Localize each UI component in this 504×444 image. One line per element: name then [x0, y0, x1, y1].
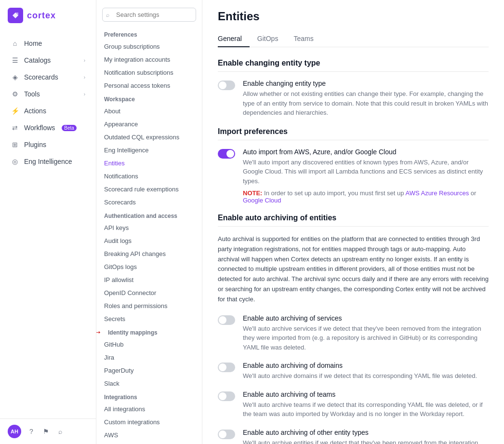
setting-desc-archive-other: We'll auto archive entities if we detect… [243, 438, 489, 444]
settings-nav-scorecard-rule-exemptions[interactable]: Scorecard rule exemptions [96, 183, 202, 196]
logo: cortex [0, 0, 96, 31]
setting-title-change-entity-type: Enable changing entity type [243, 80, 489, 87]
search-input[interactable] [102, 8, 196, 22]
setting-desc-archive-domains: We'll auto archive domains if we detect … [243, 371, 477, 381]
settings-nav-audit-logs[interactable]: Audit logs [96, 234, 202, 247]
setting-row-change-entity-type: Enable changing entity type Allow whethe… [218, 80, 489, 118]
settings-nav-aws[interactable]: AWS [96, 429, 202, 442]
main-nav: ⌂ Home ☰ Catalogs › ◈ Scorecards › ⚙ Too… [0, 31, 96, 418]
setting-row-archive-services: Enable auto archiving of services We'll … [218, 314, 489, 352]
home-icon: ⌂ [11, 39, 19, 48]
setting-desc-archive-services: We'll auto archive services if we detect… [243, 324, 489, 352]
section-auto-archiving: Enable auto archiving of entities Auto a… [218, 214, 489, 444]
toggle-archive-teams[interactable] [218, 391, 235, 401]
search-box: ⌕ [102, 8, 196, 22]
settings-nav-notifications[interactable]: Notifications [96, 170, 202, 183]
workflows-icon: ⇄ [11, 123, 19, 132]
integrations-section-header: Integrations [96, 390, 202, 403]
toggle-archive-other[interactable] [218, 430, 235, 439]
search-icon[interactable]: ⌕ [56, 427, 65, 436]
red-arrow-indicator: → [96, 326, 102, 337]
settings-nav-github[interactable]: GitHub [96, 338, 202, 351]
sidebar: cortex ⌂ Home ☰ Catalogs › ◈ Scorecards … [0, 0, 96, 444]
settings-nav-azure-ad[interactable]: Azure Active Directory [96, 442, 202, 444]
settings-nav-breaking-api[interactable]: Breaking API changes [96, 247, 202, 260]
settings-nav-ip-allowlist[interactable]: IP allowlist [96, 273, 202, 286]
setting-title-archive-domains: Enable auto archiving of domains [243, 362, 477, 369]
settings-nav-notification-subscriptions[interactable]: Notification subscriptions [96, 66, 202, 79]
tab-gitops[interactable]: GitOps [250, 31, 286, 47]
setting-row-archive-domains: Enable auto archiving of domains We'll a… [218, 362, 489, 381]
settings-nav-entities[interactable]: Entities [96, 157, 202, 170]
toggle-archive-services[interactable] [218, 315, 235, 325]
settings-nav-pagerduty[interactable]: PagerDuty [96, 364, 202, 377]
tab-teams[interactable]: Teams [286, 31, 321, 47]
tabs: General GitOps Teams [218, 31, 489, 47]
note-link-gcp[interactable]: Google Cloud [243, 197, 281, 204]
settings-nav-about[interactable]: About [96, 105, 202, 118]
note-link-aws-azure[interactable]: AWS Azure Resources [405, 189, 469, 197]
tab-general[interactable]: General [218, 31, 250, 47]
sidebar-item-plugins-label: Plugins [24, 141, 46, 148]
main-content: Entities General GitOps Teams Enable cha… [202, 0, 504, 444]
sidebar-item-eng-label: Eng Intelligence [24, 158, 72, 165]
logo-text: cortex [27, 11, 56, 21]
auth-section-header: Authentication and access [96, 209, 202, 221]
chevron-right-icon: › [84, 58, 85, 63]
settings-nav-openid[interactable]: OpenID Connector [96, 286, 202, 299]
sidebar-item-tools[interactable]: ⚙ Tools › [3, 86, 93, 102]
identity-mappings-section: → Identity mappings [96, 325, 202, 338]
settings-nav-scorecards[interactable]: Scorecards [96, 196, 202, 209]
setting-title-archive-teams: Enable auto archiving of teams [243, 390, 489, 398]
settings-nav-secrets[interactable]: Secrets [96, 312, 202, 325]
identity-mappings-header: Identity mappings [96, 325, 202, 338]
avatar[interactable]: AH [8, 425, 21, 438]
search-icon: ⌕ [106, 12, 109, 18]
setting-desc-change-entity-type: Allow whether or not existing entities c… [243, 89, 489, 118]
sidebar-item-home-label: Home [24, 40, 42, 47]
help-icon[interactable]: ? [27, 427, 36, 436]
scorecard-icon: ◈ [11, 73, 19, 81]
settings-nav-api-keys[interactable]: API keys [96, 221, 202, 234]
flag-icon[interactable]: ⚑ [41, 427, 50, 436]
settings-nav-eng-intelligence[interactable]: Eng Intelligence [96, 144, 202, 157]
setting-title-archive-services: Enable auto archiving of services [243, 314, 489, 322]
eng-icon: ◎ [11, 157, 19, 166]
setting-desc-auto-import: We'll auto import any discovered entitie… [243, 158, 489, 186]
sidebar-item-actions[interactable]: ⚡ Actions [3, 103, 93, 119]
settings-nav-roles-permissions[interactable]: Roles and permissions [96, 299, 202, 312]
settings-nav-my-integration-accounts[interactable]: My integration accounts [96, 53, 202, 66]
setting-row-auto-import: Auto import from AWS, Azure, and/or Goog… [218, 148, 489, 204]
sidebar-item-scorecards-label: Scorecards [24, 73, 58, 81]
sidebar-item-scorecards[interactable]: ◈ Scorecards › [3, 69, 93, 85]
sidebar-item-workflows-label: Workflows [24, 124, 55, 132]
settings-nav-jira[interactable]: Jira [96, 351, 202, 364]
sidebar-item-home[interactable]: ⌂ Home [3, 35, 93, 52]
settings-nav-outdated-cql[interactable]: Outdated CQL expressions [96, 131, 202, 144]
section-title-archiving: Enable auto archiving of entities [218, 214, 489, 227]
settings-nav-slack[interactable]: Slack [96, 377, 202, 390]
settings-nav-group-subscriptions[interactable]: Group subscriptions [96, 40, 202, 53]
setting-title-auto-import: Auto import from AWS, Azure, and/or Goog… [243, 148, 489, 156]
settings-nav-personal-access-tokens[interactable]: Personal access tokens [96, 79, 202, 92]
sidebar-item-plugins[interactable]: ⊞ Plugins [3, 136, 93, 153]
settings-nav-appearance[interactable]: Appearance [96, 118, 202, 131]
setting-row-archive-teams: Enable auto archiving of teams We'll aut… [218, 390, 489, 419]
settings-nav-custom-integrations[interactable]: Custom integrations [96, 416, 202, 429]
workspace-section-header: Workspace [96, 92, 202, 105]
setting-row-archive-other: Enable auto archiving of other entity ty… [218, 429, 489, 444]
beta-badge: Beta [62, 125, 77, 131]
settings-nav-gitops-logs[interactable]: GitOps logs [96, 260, 202, 273]
toggle-auto-import[interactable] [218, 149, 235, 159]
toggle-change-entity-type[interactable] [218, 81, 235, 90]
sidebar-item-tools-label: Tools [24, 90, 40, 98]
sidebar-item-workflows[interactable]: ⇄ Workflows Beta [3, 120, 93, 136]
note-label: NOTE: [243, 189, 262, 197]
sidebar-item-catalogs[interactable]: ☰ Catalogs › [3, 52, 93, 68]
auto-import-note: NOTE: In order to set up auto import, yo… [243, 189, 489, 204]
toggle-archive-domains[interactable] [218, 363, 235, 372]
settings-nav-all-integrations[interactable]: All integrations [96, 403, 202, 416]
setting-desc-archive-teams: We'll auto archive teams if we detect th… [243, 400, 489, 419]
sidebar-item-eng-intelligence[interactable]: ◎ Eng Intelligence [3, 153, 93, 170]
sidebar-bottom: AH ? ⚑ ⌕ [0, 418, 96, 444]
